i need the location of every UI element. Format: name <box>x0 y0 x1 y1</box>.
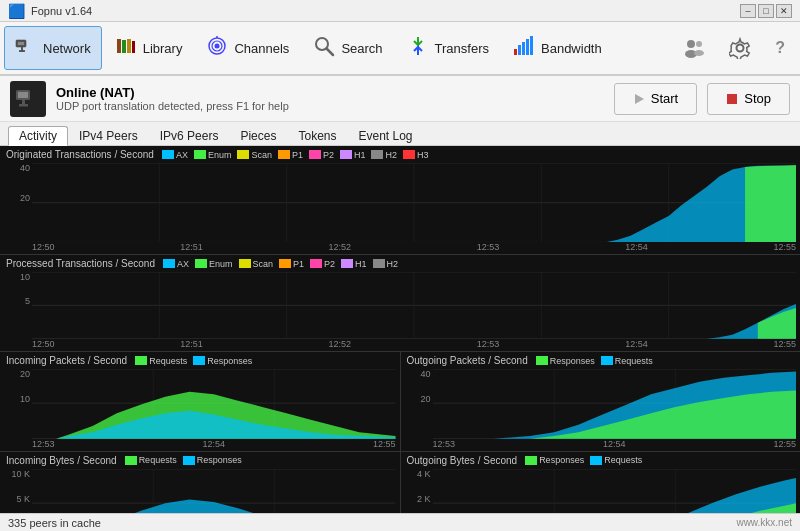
svg-marker-69 <box>32 499 396 513</box>
incoming-bytes-y: 10 K 5 K <box>0 467 32 513</box>
processed-body: 10 5 <box>0 270 800 339</box>
legend-req-ip: Requests <box>135 356 187 366</box>
status-title: Online (NAT) <box>56 85 289 100</box>
legend-p2: P2 <box>309 150 334 160</box>
legend-resp-op: Responses <box>536 356 595 366</box>
minimize-button[interactable]: – <box>740 4 756 18</box>
legend-h22: H2 <box>373 259 399 269</box>
incoming-bytes-chart: Incoming Bytes / Second Requests Respons… <box>0 452 401 513</box>
search-label: Search <box>341 41 382 56</box>
svg-point-21 <box>696 41 702 47</box>
outgoing-packets-title: Outgoing Packets / Second <box>407 355 528 366</box>
tab-ipv6peers[interactable]: IPv6 Peers <box>149 126 230 145</box>
svg-rect-18 <box>530 36 533 55</box>
search-button[interactable]: Search <box>302 26 393 70</box>
legend-enum2: Enum <box>195 259 233 269</box>
transfers-button[interactable]: Transfers <box>396 26 500 70</box>
network-button[interactable]: Network <box>4 26 102 70</box>
incoming-packets-x: 12:53 12:54 12:55 <box>0 439 400 451</box>
legend-ax2: AX <box>163 259 189 269</box>
bottom-status: 335 peers in cache www.kkx.net <box>0 513 800 531</box>
tab-ipv4peers[interactable]: IPv4 Peers <box>68 126 149 145</box>
transfers-icon <box>407 35 429 62</box>
status-text: Online (NAT) UDP port translation detect… <box>56 85 289 112</box>
channels-label: Channels <box>234 41 289 56</box>
svg-rect-27 <box>19 104 28 107</box>
library-button[interactable]: Library <box>104 26 194 70</box>
svg-rect-15 <box>518 45 521 55</box>
outgoing-packets-body: 40 20 <box>401 367 801 439</box>
legend-p12: P1 <box>279 259 304 269</box>
bytes-row: Incoming Bytes / Second Requests Respons… <box>0 452 800 513</box>
peers-cache-text: 335 peers in cache <box>8 517 101 529</box>
tab-eventlog[interactable]: Event Log <box>347 126 423 145</box>
originated-svg-area <box>32 163 796 242</box>
incoming-bytes-title: Incoming Bytes / Second <box>6 455 117 466</box>
originated-header: Originated Transactions / Second AX Enum… <box>0 148 800 161</box>
outgoing-bytes-header: Outgoing Bytes / Second Responses Reques… <box>401 454 801 467</box>
incoming-bytes-header: Incoming Bytes / Second Requests Respons… <box>0 454 400 467</box>
packets-row: Incoming Packets / Second Requests Respo… <box>0 352 800 452</box>
originated-title: Originated Transactions / Second <box>6 149 154 160</box>
status-icon <box>10 81 46 117</box>
help-button[interactable]: ? <box>764 26 796 70</box>
outgoing-bytes-y: 4 K 2 K <box>401 467 433 513</box>
users-button[interactable] <box>672 26 716 70</box>
channels-icon <box>206 35 228 62</box>
tab-activity[interactable]: Activity <box>8 126 68 146</box>
svg-rect-26 <box>22 100 25 104</box>
processed-x-axis: 12:50 12:51 12:52 12:53 12:54 12:55 <box>0 339 800 351</box>
app-title: Fopnu v1.64 <box>31 5 92 17</box>
svg-marker-49 <box>758 308 796 339</box>
charts-area: Originated Transactions / Second AX Enum… <box>0 146 800 513</box>
transfers-label: Transfers <box>435 41 489 56</box>
close-button[interactable]: ✕ <box>776 4 792 18</box>
legend-resp-ip: Responses <box>193 356 252 366</box>
legend-resp-ib: Responses <box>183 455 242 465</box>
svg-point-19 <box>687 40 695 48</box>
svg-rect-29 <box>727 94 737 104</box>
incoming-bytes-body: 10 K 5 K <box>0 467 400 513</box>
outgoing-bytes-svg: www.kkx.net <box>433 469 797 513</box>
start-button[interactable]: Start <box>614 83 697 115</box>
legend-enum: Enum <box>194 150 232 160</box>
maximize-button[interactable]: □ <box>758 4 774 18</box>
svg-rect-6 <box>127 39 131 53</box>
svg-rect-1 <box>18 42 24 45</box>
start-label: Start <box>651 91 678 106</box>
bandwidth-icon <box>513 35 535 62</box>
processed-chart: Processed Transactions / Second AX Enum … <box>0 255 800 352</box>
channels-button[interactable]: Channels <box>195 26 300 70</box>
outgoing-packets-x: 12:53 12:54 12:55 <box>401 439 801 451</box>
svg-marker-39 <box>745 165 796 242</box>
legend-scan2: Scan <box>239 259 274 269</box>
tab-tokens[interactable]: Tokens <box>287 126 347 145</box>
legend-h1: H1 <box>340 150 366 160</box>
legend-h3: H3 <box>403 150 429 160</box>
bandwidth-label: Bandwidth <box>541 41 602 56</box>
legend-h2: H2 <box>371 150 397 160</box>
titlebar: 🟦 Fopnu v1.64 – □ ✕ <box>0 0 800 22</box>
library-label: Library <box>143 41 183 56</box>
originated-x-axis: 12:50 12:51 12:52 12:53 12:54 12:55 <box>0 242 800 254</box>
stop-button[interactable]: Stop <box>707 83 790 115</box>
toolbar: Network Library Channels Search Transfer… <box>0 22 800 76</box>
status-description: UDP port translation detected, press F1 … <box>56 100 289 112</box>
incoming-bytes-svg <box>32 469 396 513</box>
incoming-packets-body: 20 10 <box>0 367 400 439</box>
outgoing-bytes-chart: Outgoing Bytes / Second Responses Reques… <box>401 452 801 513</box>
svg-rect-3 <box>19 50 25 52</box>
search-icon <box>313 35 335 62</box>
outgoing-packets-chart: Outgoing Packets / Second Responses Requ… <box>401 352 801 451</box>
incoming-packets-header: Incoming Packets / Second Requests Respo… <box>0 354 400 367</box>
network-label: Network <box>43 41 91 56</box>
processed-header: Processed Transactions / Second AX Enum … <box>0 257 800 270</box>
svg-marker-28 <box>635 94 644 104</box>
window-controls: – □ ✕ <box>740 4 792 18</box>
svg-point-10 <box>215 43 220 48</box>
tab-pieces[interactable]: Pieces <box>229 126 287 145</box>
tabs-bar: Activity IPv4 Peers IPv6 Peers Pieces To… <box>0 122 800 146</box>
legend-req-ob: Requests <box>590 455 642 465</box>
settings-button[interactable] <box>718 26 762 70</box>
bandwidth-button[interactable]: Bandwidth <box>502 26 613 70</box>
